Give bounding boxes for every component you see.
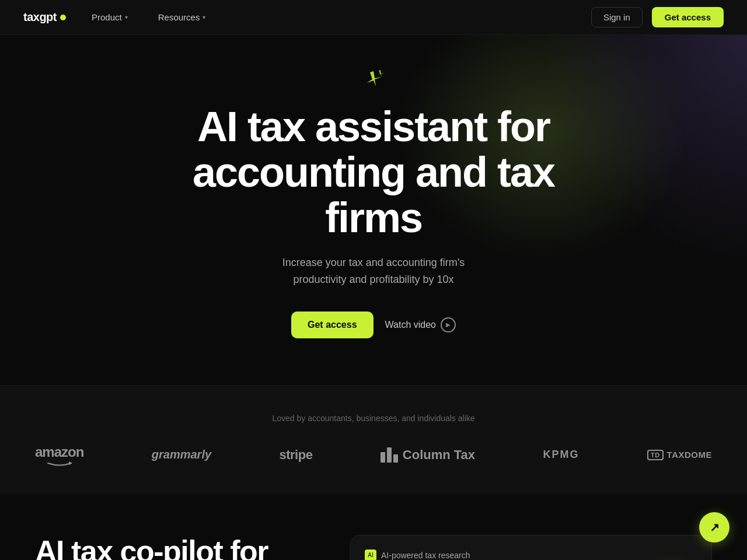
hero-title: AI tax assistant for accounting and tax … xyxy=(140,104,607,240)
columntax-bars-icon xyxy=(381,447,398,463)
taxdome-badge-icon: TD xyxy=(647,450,664,460)
kpmg-logo: KPMG xyxy=(543,449,580,461)
chevron-down-icon: ▾ xyxy=(125,14,128,20)
columntax-logo: Column Tax xyxy=(381,447,475,463)
logo[interactable]: taxgpt xyxy=(23,10,66,24)
get-access-button-nav[interactable]: Get access xyxy=(652,7,724,27)
hero-section: AI tax assistant for accounting and tax … xyxy=(0,35,747,385)
hero-get-access-button[interactable]: Get access xyxy=(291,312,374,338)
logos-label: Loved by accountants, businesses, and in… xyxy=(23,414,724,423)
hero-subtitle: Increase your tax and accounting firm's … xyxy=(282,254,465,288)
svg-marker-0 xyxy=(69,461,72,465)
logo-text: taxgpt xyxy=(23,10,57,24)
logos-section: Loved by accountants, businesses, and in… xyxy=(0,385,747,494)
logos-row: amazon grammarly stripe Column Tax KPMG xyxy=(23,444,724,466)
lower-title: AI tax co-pilot for research, writing an… xyxy=(35,535,315,560)
hero-watch-video-button[interactable]: Watch video ▶ xyxy=(385,317,456,332)
grammarly-logo: grammarly xyxy=(152,448,211,461)
lower-section: AI tax co-pilot for research, writing an… xyxy=(0,494,747,560)
ai-badge: AI AI-powered tax research xyxy=(365,550,697,560)
nav-left: taxgpt Product ▾ Resources ▾ xyxy=(23,9,210,26)
sparkle-icon xyxy=(362,70,385,93)
stripe-logo: stripe xyxy=(279,447,312,463)
ai-badge-text: AI-powered tax research xyxy=(381,551,470,560)
scroll-to-top-button[interactable]: ↗ xyxy=(699,512,729,542)
navbar: taxgpt Product ▾ Resources ▾ Sign in Get… xyxy=(0,0,747,35)
amazon-logo: amazon xyxy=(35,444,83,466)
play-icon: ▶ xyxy=(441,317,456,332)
product-label: Product xyxy=(92,12,122,22)
nav-right: Sign in Get access xyxy=(591,7,724,27)
resources-label: Resources xyxy=(158,12,200,22)
nav-item-product[interactable]: Product ▾ xyxy=(87,9,132,26)
hero-cta: Get access Watch video ▶ xyxy=(291,312,456,338)
watch-video-label: Watch video xyxy=(385,320,436,330)
chevron-down-icon: ▾ xyxy=(203,14,205,20)
taxdome-logo: TD TAXDOME xyxy=(647,450,712,460)
lower-left: AI tax co-pilot for research, writing an… xyxy=(35,535,315,560)
sign-in-button[interactable]: Sign in xyxy=(591,7,643,27)
nav-item-resources[interactable]: Resources ▾ xyxy=(153,9,211,26)
ai-icon: AI xyxy=(365,550,376,560)
lower-right-card: AI AI-powered tax research xyxy=(350,535,712,560)
logo-dot xyxy=(60,15,66,20)
